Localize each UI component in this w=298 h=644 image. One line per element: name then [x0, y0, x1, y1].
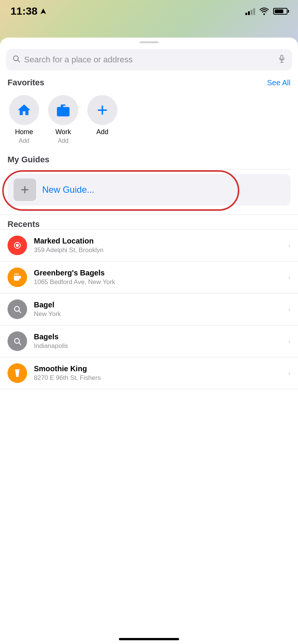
- favorite-home[interactable]: Home Add: [9, 95, 39, 144]
- add-icon-circle: [87, 95, 117, 125]
- marked-location-name: Marked Location: [34, 237, 281, 245]
- new-guide-container: New Guide...: [0, 169, 298, 212]
- bagels-text: Bagels Indianapolis: [34, 333, 281, 350]
- greenbergs-bagels-chevron: ›: [288, 274, 290, 281]
- marked-location-icon: [8, 236, 27, 255]
- favorites-title: Favorites: [8, 78, 44, 88]
- recents-title: Recents: [0, 219, 47, 233]
- my-guides-section: My Guides New Guide...: [0, 155, 298, 212]
- greenbergs-bagels-text: Greenberg's Bagels 1065 Bedford Ave, New…: [34, 269, 281, 286]
- favorite-add[interactable]: Add: [87, 95, 117, 144]
- bagel-address: New York: [34, 310, 281, 318]
- battery-icon: [273, 8, 287, 15]
- wifi-icon: [259, 8, 269, 15]
- svg-point-9: [16, 244, 19, 247]
- svg-line-14: [19, 343, 21, 345]
- marked-location-chevron: ›: [288, 242, 290, 249]
- marked-location-address: 359 Adelphi St, Brooklyn: [34, 246, 281, 254]
- smoothie-king-address: 8270 E 96th St, Fishers: [34, 374, 281, 382]
- greenbergs-bagels-address: 1065 Bedford Ave, New York: [34, 278, 281, 286]
- new-guide-plus-icon: [14, 178, 36, 201]
- home-icon-circle: [9, 95, 39, 125]
- new-guide-button[interactable]: New Guide...: [8, 174, 290, 206]
- bagel-name: Bagel: [34, 301, 281, 309]
- favorites-row: Home Add Work Add Add: [0, 92, 298, 153]
- my-guides-header: My Guides: [0, 155, 298, 169]
- smoothie-king-chevron: ›: [288, 369, 290, 377]
- bagel-search-icon: [8, 299, 27, 319]
- home-indicator: [119, 638, 179, 640]
- location-arrow-icon: [40, 8, 47, 15]
- bagels-address: Indianapolis: [34, 342, 281, 350]
- my-guides-title: My Guides: [8, 155, 49, 165]
- recent-item-bagels[interactable]: Bagels Indianapolis ›: [0, 325, 298, 357]
- add-label: Add: [96, 128, 108, 136]
- smoothie-king-icon: [8, 363, 27, 383]
- search-placeholder-text: Search for a place or address: [24, 55, 274, 65]
- search-bar[interactable]: Search for a place or address: [6, 49, 292, 70]
- favorites-section-header: Favorites See All: [0, 78, 298, 92]
- microphone-icon[interactable]: [278, 54, 286, 65]
- new-guide-label: New Guide...: [42, 184, 94, 195]
- recent-item-marked-location[interactable]: Marked Location 359 Adelphi St, Brooklyn…: [0, 230, 298, 262]
- smoothie-king-text: Smoothie King 8270 E 96th St, Fishers: [34, 364, 281, 382]
- recents-section: Recents Marked Location 359 Adelphi St, …: [0, 215, 298, 389]
- marked-location-text: Marked Location 359 Adelphi St, Brooklyn: [34, 237, 281, 254]
- status-icons: [245, 8, 287, 15]
- bagels-chevron: ›: [288, 337, 290, 345]
- work-icon-circle: [48, 95, 78, 125]
- bagels-search-icon: [8, 331, 27, 351]
- recent-item-bagel[interactable]: Bagel New York ›: [0, 293, 298, 325]
- svg-line-12: [19, 311, 21, 313]
- signal-bars-icon: [245, 8, 255, 15]
- bagel-text: Bagel New York: [34, 301, 281, 318]
- work-label: Work: [55, 128, 71, 136]
- home-sublabel: Add: [19, 138, 29, 144]
- bottom-sheet: Search for a place or address Favorites …: [0, 38, 298, 644]
- status-time: 11:38: [11, 5, 38, 17]
- work-sublabel: Add: [58, 138, 68, 144]
- status-bar: 11:38: [0, 0, 298, 20]
- bagel-chevron: ›: [288, 305, 290, 313]
- favorite-work[interactable]: Work Add: [48, 95, 78, 144]
- home-label: Home: [15, 128, 33, 136]
- search-icon: [12, 54, 20, 65]
- recent-item-greenbergs-bagels[interactable]: Greenberg's Bagels 1065 Bedford Ave, New…: [0, 262, 298, 293]
- drag-handle[interactable]: [140, 41, 158, 43]
- recent-item-smoothie-king[interactable]: Smoothie King 8270 E 96th St, Fishers ›: [0, 357, 298, 389]
- see-all-button[interactable]: See All: [267, 79, 290, 87]
- smoothie-king-name: Smoothie King: [34, 364, 281, 373]
- greenbergs-bagels-icon: [8, 268, 27, 287]
- greenbergs-bagels-name: Greenberg's Bagels: [34, 269, 281, 277]
- svg-line-1: [18, 60, 20, 62]
- svg-rect-2: [281, 55, 283, 60]
- bagels-name: Bagels: [34, 333, 281, 341]
